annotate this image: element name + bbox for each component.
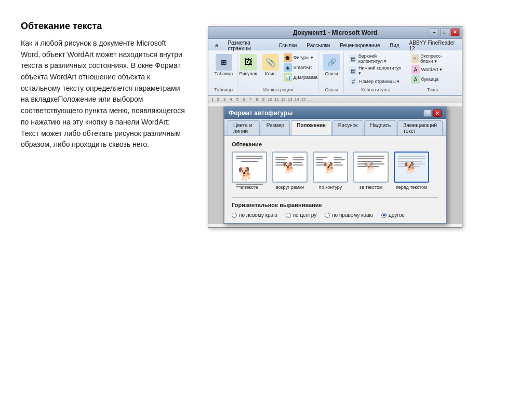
align-left-radio[interactable] [232, 213, 237, 218]
dialog-controls: ? × [423, 109, 442, 117]
quickparts-button[interactable]: ≡ Экспресс-блоки ▾ [410, 53, 456, 64]
tab-layout[interactable]: Разметка страницы [223, 40, 274, 50]
align-left-option[interactable]: по левому краю [232, 212, 277, 218]
tables-group-label: Таблицы [214, 87, 233, 92]
wrap-by-contour[interactable]: 🐕 по контуру [313, 152, 348, 190]
header-button[interactable]: ▤ Верхний колонтитул ▾ [348, 53, 403, 64]
picture-label: Рисунок [240, 72, 257, 77]
tab-view[interactable]: Вид [385, 40, 404, 50]
wrap-in-text[interactable]: 🐕 в тексте [232, 152, 267, 190]
minimize-button[interactable]: – [430, 28, 439, 36]
alignment-label: Горизонтальное выравнивание [232, 202, 438, 208]
links-icon: 🔗 [323, 54, 340, 71]
ribbon-content: ⊞ Таблица Таблицы 🖼 Рисунок 📎 [208, 50, 462, 96]
links-label: Связи [325, 72, 338, 77]
text-group: ≡ Экспресс-блоки ▾ A WordArt ▾ A буквица [408, 52, 459, 93]
header-icon: ▤ [349, 54, 356, 63]
tab-a[interactable]: а [210, 40, 223, 50]
ruler: 1 2 3 4 5 6 7 8 9 10 11 12 13 14 15 … [208, 96, 462, 103]
quickparts-icon: ≡ [411, 54, 419, 63]
align-center-radio[interactable] [286, 213, 291, 218]
page-container: Обтекание текста Как и любой рисунок в д… [0, 0, 532, 398]
initials-icon: A [411, 75, 420, 84]
tab-review[interactable]: Рецензирование [335, 40, 384, 50]
wordart-icon: A [411, 65, 420, 74]
smartart-button[interactable]: ◈ SmartArt [283, 63, 319, 72]
dialog-tab-colors[interactable]: Цвета и линии [228, 120, 260, 135]
links-button[interactable]: 🔗 Связи [322, 53, 341, 78]
dialog-help-button[interactable]: ? [423, 109, 432, 117]
smartart-label: SmartArt [294, 65, 312, 70]
dialog-tab-size[interactable]: Размер [261, 120, 290, 135]
ruler-marks: 1 2 3 4 5 6 7 8 9 10 11 12 13 14 15 … [210, 97, 460, 102]
around-frame-left-lines [275, 157, 288, 166]
tab-abbyy[interactable]: ABBYY FineReader 12 [405, 40, 460, 50]
chart-button[interactable]: 📊 Диаграмма [283, 73, 319, 82]
window-title: Документ1 - Microsoft Word [293, 29, 377, 36]
clip-button[interactable]: 📎 Клип [261, 53, 281, 78]
wrap-around-frame[interactable]: 🐕 вокруг рамки [272, 152, 308, 190]
in-text-lines: 🐕 [236, 156, 263, 187]
dog-behind-svg: 🐕 [364, 160, 378, 174]
wrap-before-text[interactable]: 🐕 перед текстом [394, 152, 429, 190]
shapes-button[interactable]: ⬟ Фигуры ▾ [283, 53, 319, 62]
align-left-label: по левому краю [239, 212, 277, 218]
contour-right-lines [334, 157, 345, 166]
align-right-radio[interactable] [325, 213, 330, 218]
table-button[interactable]: ⊞ Таблица [213, 53, 234, 78]
illustrations-content: 🖼 Рисунок 📎 Клип ⬟ Фигуры ▾ [238, 53, 319, 86]
links-group-label: Связи [325, 87, 338, 92]
align-right-option[interactable]: по правому краю [325, 212, 373, 218]
title-bar-controls: – □ ✕ [430, 28, 460, 36]
shapes-icon: ⬟ [284, 53, 292, 62]
alignment-section: Горизонтальное выравнивание по левому кр… [232, 197, 438, 218]
wordart-button[interactable]: A WordArt ▾ [410, 65, 456, 74]
links-content: 🔗 Связи [322, 53, 341, 86]
shapes-label: Фигуры ▾ [294, 55, 314, 60]
page-title: Обтекание текста [21, 21, 187, 32]
wrap-behind-text[interactable]: 🐕 за текстом [353, 152, 389, 190]
tables-group: ⊞ Таблица Таблицы [211, 52, 237, 93]
dialog-tabs: Цвета и линии Размер Положение Рисунок Н… [224, 119, 446, 136]
align-right-label: по правому краю [332, 212, 373, 218]
dialog-tab-picture[interactable]: Рисунок [332, 120, 364, 135]
ribbon-tabs: а Разметка страницы Ссылки Рассылки Реце… [208, 39, 462, 50]
table-icon: ⊞ [216, 54, 232, 71]
dog-in-text-svg: 🐕 [236, 163, 255, 182]
header-footer-content: ▤ Верхний колонтитул ▾ ▤ Нижний колонтит… [348, 53, 403, 86]
tab-mail[interactable]: Рассылки [302, 40, 335, 50]
maximize-button[interactable]: □ [440, 28, 449, 36]
chart-icon: 📊 [284, 73, 292, 81]
pagenum-icon: # [349, 77, 357, 86]
align-other-option[interactable]: другое [381, 212, 405, 218]
align-other-label: другое [389, 212, 405, 218]
pagenum-button[interactable]: # Номер страницы ▾ [348, 77, 403, 86]
pagenum-label: Номер страницы ▾ [359, 79, 400, 84]
wordart-label: WordArt ▾ [421, 67, 442, 72]
align-center-option[interactable]: по центру [286, 212, 316, 218]
dialog-tab-position[interactable]: Положение [291, 120, 331, 135]
illustrations-label: Иллюстрации [263, 87, 294, 92]
body-text: Как и любой рисунок в документе Microsof… [21, 38, 187, 150]
dialog-close-button[interactable]: × [433, 109, 442, 117]
dialog-title-bar: Формат автофигуры ? × [224, 107, 446, 119]
links-group: 🔗 Связи Связи [321, 52, 344, 93]
wrap-by-contour-icon: 🐕 [313, 152, 348, 183]
clip-icon: 📎 [262, 54, 279, 71]
close-button[interactable]: ✕ [450, 28, 460, 36]
picture-icon: 🖼 [240, 54, 257, 71]
wrap-behind-text-icon: 🐕 [353, 152, 389, 183]
quickparts-label: Экспресс-блоки ▾ [420, 53, 455, 64]
header-footer-label: Колонтитулы [361, 87, 390, 92]
clip-label: Клип [265, 72, 275, 77]
dialog-body: Обтекание [224, 136, 446, 223]
picture-button[interactable]: 🖼 Рисунок [238, 53, 259, 78]
align-other-radio[interactable] [381, 213, 387, 218]
initials-button[interactable]: A буквица [410, 75, 456, 84]
footer-button[interactable]: ▤ Нижний колонтитул ▾ [348, 65, 403, 76]
dialog-tab-caption[interactable]: Надпись [364, 120, 396, 135]
wrap-before-text-icon: 🐕 [394, 152, 429, 183]
tab-refs[interactable]: Ссылки [274, 40, 301, 50]
dialog-tab-alt[interactable]: Замещающий текст [397, 120, 443, 135]
text-btns: ≡ Экспресс-блоки ▾ A WordArt ▾ A буквица [410, 53, 456, 84]
